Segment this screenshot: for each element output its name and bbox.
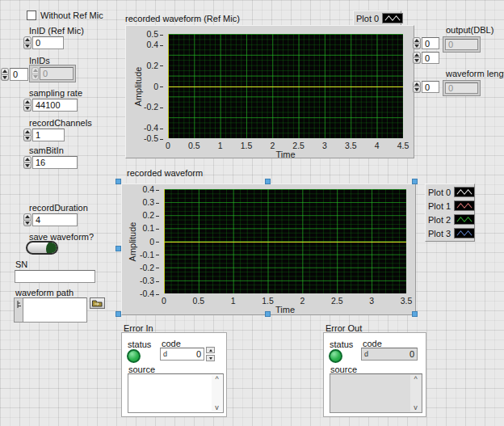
plot1-line-sample-icon bbox=[454, 200, 475, 211]
inids-index-control[interactable] bbox=[1, 68, 28, 81]
error-in-code-spinner[interactable] bbox=[206, 347, 215, 361]
chart1-legend[interactable]: Plot 0 bbox=[353, 11, 401, 26]
error-out-code-value: 0 bbox=[370, 349, 414, 359]
chart1-waveform-graph: Amplitude 0.5 0.4 0.2 0 -0.2 -0.4 -0.5 0… bbox=[125, 25, 414, 158]
legend-plot2-label: Plot 2 bbox=[428, 215, 451, 225]
plot0-line-sample-icon bbox=[382, 13, 403, 23]
increment-decrement-icon[interactable] bbox=[413, 52, 421, 64]
error-out-status-led bbox=[329, 349, 342, 363]
chart2-legend[interactable]: Plot 0 Plot 1 Plot 2 Plot 3 bbox=[425, 183, 475, 242]
legend-plot3-label: Plot 3 bbox=[428, 229, 451, 238]
waveform-path-label: waveform path bbox=[15, 288, 74, 297]
sam-bit-in-control[interactable] bbox=[23, 156, 78, 169]
scrollbar[interactable]: ^ v bbox=[212, 375, 222, 411]
error-in-status-led[interactable] bbox=[127, 349, 141, 363]
error-in-code-value[interactable]: 0 bbox=[169, 349, 201, 359]
increment-decrement-icon[interactable] bbox=[1, 68, 9, 81]
scroll-up-icon[interactable]: ^ bbox=[215, 375, 218, 383]
scroll-down-icon[interactable]: v bbox=[215, 403, 219, 411]
increment-decrement-icon[interactable] bbox=[413, 37, 421, 49]
chart1-y-ticks: 0.5 0.4 0.2 0 -0.2 -0.4 -0.5 bbox=[126, 34, 163, 138]
legend-item[interactable]: Plot 2 bbox=[428, 213, 472, 226]
legend-plot0-label: Plot 0 bbox=[428, 188, 451, 197]
waveform-length-element bbox=[443, 80, 481, 96]
output-dbl-element bbox=[443, 36, 481, 53]
legend-item[interactable]: Plot 0 bbox=[428, 185, 472, 199]
increment-decrement-icon[interactable] bbox=[23, 213, 32, 226]
chart2-waveform-trace bbox=[164, 242, 406, 243]
save-waveform-switch[interactable] bbox=[26, 241, 58, 255]
scrollbar[interactable]: ^ v bbox=[410, 375, 421, 411]
scroll-up-icon[interactable]: ^ bbox=[414, 375, 417, 383]
sam-bit-in-input[interactable] bbox=[32, 156, 78, 169]
without-ref-mic-label: Without Ref Mic bbox=[40, 11, 103, 20]
radix-indicator[interactable]: d bbox=[163, 350, 167, 358]
error-out-code-indicator: d 0 bbox=[361, 348, 418, 361]
selection-handle[interactable] bbox=[412, 179, 418, 184]
increment-decrement-icon bbox=[32, 67, 39, 80]
browse-folder-button[interactable] bbox=[90, 297, 105, 309]
output-dbl-index-row-control[interactable] bbox=[413, 37, 439, 49]
folder-icon bbox=[92, 300, 103, 307]
output-dbl-value bbox=[445, 39, 478, 50]
radix-indicator: d bbox=[364, 350, 368, 358]
chart1-title: recorded waveform (Ref Mic) bbox=[125, 14, 240, 23]
selection-handle[interactable] bbox=[265, 311, 271, 317]
increment-button[interactable] bbox=[206, 347, 215, 353]
path-type-icon[interactable] bbox=[14, 297, 23, 323]
chart2-plot-area bbox=[164, 189, 406, 293]
waveform-length-index-input[interactable] bbox=[422, 81, 439, 93]
plot3-line-sample-icon bbox=[454, 228, 475, 238]
chart2-x-axis-label: Time bbox=[164, 305, 406, 314]
increment-decrement-icon[interactable] bbox=[23, 129, 32, 141]
plot2-line-sample-icon bbox=[454, 214, 475, 225]
legend-item[interactable]: Plot 3 bbox=[428, 226, 472, 240]
decrement-button[interactable] bbox=[206, 355, 215, 361]
record-channels-input[interactable] bbox=[32, 129, 65, 141]
increment-decrement-icon[interactable] bbox=[23, 36, 32, 49]
checkbox-box-icon[interactable] bbox=[27, 11, 36, 20]
sn-input[interactable] bbox=[15, 270, 95, 283]
legend-item[interactable]: Plot 1 bbox=[428, 199, 472, 213]
sampling-rate-input[interactable] bbox=[32, 99, 78, 112]
labview-front-panel: Without Ref Mic InID (Ref Mic) InIDs sam… bbox=[0, 0, 504, 426]
waveform-length-value bbox=[445, 82, 478, 94]
output-dbl-index-row-input[interactable] bbox=[422, 37, 439, 49]
error-in-cluster: status code d 0 source ^ v bbox=[121, 332, 227, 417]
waveform-length-index-control[interactable] bbox=[413, 81, 439, 93]
increment-decrement-icon[interactable] bbox=[23, 99, 32, 112]
inid-control[interactable] bbox=[23, 36, 64, 49]
switch-on-segment bbox=[46, 241, 58, 255]
selection-handle[interactable] bbox=[116, 179, 121, 184]
legend-item[interactable]: Plot 0 bbox=[356, 12, 398, 24]
record-channels-label: recordChannels bbox=[29, 118, 92, 128]
increment-decrement-icon[interactable] bbox=[413, 81, 421, 93]
sn-label: SN bbox=[15, 259, 27, 269]
output-dbl-index-col-input[interactable] bbox=[422, 52, 439, 64]
without-ref-mic-checkbox[interactable]: Without Ref Mic bbox=[27, 11, 103, 20]
record-duration-control[interactable] bbox=[23, 213, 78, 226]
record-duration-input[interactable] bbox=[32, 213, 78, 226]
sam-bit-in-label: samBitIn bbox=[29, 146, 64, 155]
selection-handle[interactable] bbox=[265, 179, 271, 184]
error-in-code-control[interactable]: d 0 bbox=[160, 348, 204, 361]
chart1-waveform-trace bbox=[168, 86, 403, 87]
inids-index-input[interactable] bbox=[10, 68, 28, 81]
error-in-source-control[interactable]: ^ v bbox=[128, 373, 224, 413]
inids-element bbox=[29, 65, 76, 82]
increment-decrement-icon[interactable] bbox=[23, 156, 32, 169]
record-channels-control[interactable] bbox=[23, 129, 65, 141]
waveform-length-label: waveform length bbox=[446, 69, 504, 78]
sampling-rate-label: sampling rate bbox=[29, 88, 82, 98]
sampling-rate-control[interactable] bbox=[23, 99, 78, 112]
legend-plot1-label: Plot 1 bbox=[428, 201, 451, 211]
chart2-waveform-graph: Amplitude 0.4 0.3 0.2 0.1 0 -0.1 -0.2 -0… bbox=[121, 183, 416, 315]
output-dbl-index-col-control[interactable] bbox=[413, 52, 439, 64]
selection-handle[interactable] bbox=[116, 311, 121, 317]
inid-input[interactable] bbox=[32, 36, 64, 49]
selection-handle[interactable] bbox=[412, 311, 418, 317]
selection-handle[interactable] bbox=[116, 246, 121, 251]
waveform-path-input[interactable] bbox=[23, 297, 87, 323]
scroll-down-icon[interactable]: v bbox=[414, 403, 418, 411]
legend-plot0-label: Plot 0 bbox=[356, 14, 379, 23]
